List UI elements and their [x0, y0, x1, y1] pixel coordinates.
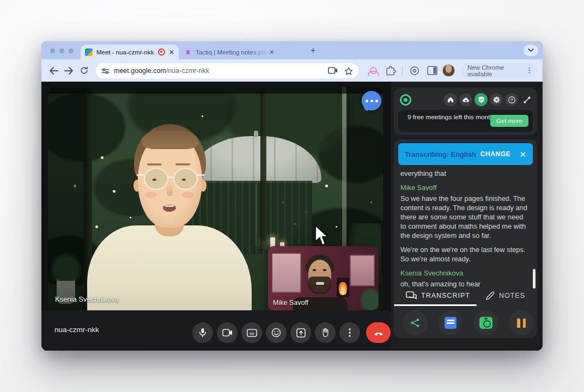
chrome-update-label: New Chrome available — [467, 64, 526, 77]
url-text: meet.google.com/nua-czmr-nkk — [114, 67, 328, 75]
close-banner-icon[interactable]: ✕ — [519, 150, 526, 158]
more-vertical-icon — [349, 328, 351, 337]
eye — [182, 179, 186, 181]
reactions-button[interactable] — [266, 322, 287, 343]
microphone-button[interactable] — [192, 322, 213, 343]
reload-button[interactable] — [76, 63, 92, 78]
tab-transcript[interactable]: TRANSCRIPT — [406, 291, 470, 301]
screenshot-button[interactable] — [473, 310, 498, 335]
tabstrip-collapse-button[interactable] — [524, 45, 538, 56]
shield-check-icon[interactable] — [474, 93, 488, 106]
end-call-button[interactable] — [366, 322, 391, 343]
tab-notes[interactable]: NOTES — [485, 291, 525, 301]
cheek — [182, 192, 194, 198]
share-icon — [410, 318, 420, 328]
raise-hand-icon — [321, 328, 330, 338]
tactiq-header-icons: ? — [444, 93, 533, 106]
site-settings-icon — [101, 68, 110, 75]
transcribing-banner: Transcribing: English CHANGE ✕ — [398, 143, 533, 165]
chat-bubble-overlay-icon[interactable] — [362, 91, 381, 111]
tactiq-logo-icon — [400, 94, 411, 106]
back-button[interactable] — [46, 63, 61, 78]
meeting-code: nua-czmr-nkk — [54, 326, 99, 334]
tactiq-header-card: ? 9 free meetings left this month Get mo… — [394, 88, 537, 135]
browser-toolbar: meet.google.com/nua-czmr-nkk New Chrome … — [41, 59, 543, 82]
connect-icon[interactable] — [520, 93, 533, 106]
end-call-icon — [373, 330, 384, 335]
pip-video-tile[interactable]: Mike Savoff — [268, 246, 379, 310]
svg-text:cc: cc — [250, 331, 254, 335]
extensions-puzzle-icon[interactable] — [386, 66, 396, 76]
transcript-line: everything that — [400, 169, 531, 178]
chrome-update-chip[interactable]: New Chrome available ⋮ — [461, 63, 537, 78]
bookmark-star-icon[interactable] — [344, 67, 353, 75]
back-arrow-icon — [49, 67, 58, 75]
pip-plant — [360, 287, 379, 310]
raise-hand-button[interactable] — [315, 322, 336, 343]
picture-in-picture-camera-icon[interactable] — [328, 67, 338, 75]
share-button[interactable] — [403, 310, 428, 335]
free-meetings-box: 9 free meetings left this month Get more — [398, 110, 533, 132]
pergola-beam — [48, 87, 383, 94]
window-content: Ksenia Svechnikova Mike Savoff — [41, 82, 543, 351]
tactiq-extension-icon[interactable] — [367, 66, 378, 76]
side-panel-icon[interactable] — [427, 66, 437, 75]
screenshot-camera-icon — [479, 317, 492, 329]
glasses-arm — [137, 174, 144, 176]
address-bar[interactable]: meet.google.com/nua-czmr-nkk — [96, 63, 358, 78]
window-traffic-lights[interactable] — [50, 48, 74, 53]
svg-text:?: ? — [510, 97, 513, 102]
main-participant-name: Ksenia Svechnikova — [55, 295, 119, 303]
chip-menu-icon[interactable]: ⋮ — [526, 69, 533, 72]
transcript-text: everything that Mike Savoff So we have t… — [400, 169, 531, 293]
get-more-button[interactable]: Get more — [490, 115, 528, 127]
tab-tactiq[interactable]: Tactiq | Meeting notes powe ✕ — [181, 45, 278, 59]
profile-avatar[interactable] — [442, 64, 455, 77]
recording-indicator-icon — [158, 48, 165, 56]
browser-window: Meet - nua-czmr-nkk ✕ Tactiq | Meeting n… — [41, 41, 543, 351]
pip-window-left — [271, 253, 301, 293]
toolbar-divider — [402, 66, 403, 75]
camera-button[interactable] — [217, 322, 238, 343]
forward-button[interactable] — [61, 63, 76, 78]
nose — [167, 183, 173, 196]
camera-icon — [222, 329, 233, 336]
settings-gear-icon[interactable] — [490, 93, 503, 106]
captions-icon: cc — [247, 329, 257, 337]
transcript-card: Transcribing: English CHANGE ✕ everythin… — [394, 139, 537, 338]
present-screen-button[interactable] — [290, 322, 311, 343]
cheek — [145, 192, 157, 198]
transcript-line: So we have the four pages finished. The … — [400, 194, 531, 240]
captions-button[interactable]: cc — [241, 322, 262, 343]
pip-beard — [308, 277, 331, 294]
more-options-button[interactable] — [339, 322, 360, 343]
home-icon[interactable] — [444, 93, 457, 106]
pause-transcription-button[interactable] — [509, 310, 534, 335]
loom-extension-icon[interactable] — [410, 66, 419, 76]
transcript-scrollbar[interactable] — [533, 269, 536, 289]
url-path: /nua-czmr-nkk — [166, 67, 209, 75]
sidebar-tabs: TRANSCRIPT NOTES — [394, 287, 537, 304]
tab-title: Meet - nua-czmr-nkk — [96, 49, 156, 56]
google-docs-icon — [445, 317, 457, 329]
active-tab-underline — [394, 304, 477, 306]
close-tab-icon[interactable]: ✕ — [269, 49, 275, 56]
tactiq-favicon — [184, 48, 192, 56]
tab-meet[interactable]: Meet - nua-czmr-nkk ✕ — [81, 45, 179, 59]
help-icon[interactable]: ? — [505, 93, 518, 106]
chevron-down-icon — [528, 48, 534, 52]
microphone-icon — [198, 328, 207, 338]
pencil-icon — [485, 291, 495, 301]
close-tab-icon[interactable]: ✕ — [169, 49, 174, 56]
fireplace — [337, 278, 349, 297]
pip-eye — [323, 269, 326, 271]
new-tab-button[interactable]: + — [311, 46, 315, 56]
reload-icon — [80, 66, 88, 75]
pip-smile — [316, 282, 324, 285]
meet-control-bar: nua-czmr-nkk — [41, 310, 391, 351]
google-docs-button[interactable] — [438, 310, 463, 335]
cloud-upload-icon[interactable] — [459, 93, 472, 106]
smile-icon — [271, 328, 281, 338]
free-meetings-text: 9 free meetings left this month — [407, 113, 494, 121]
change-language-button[interactable]: CHANGE — [480, 150, 511, 158]
